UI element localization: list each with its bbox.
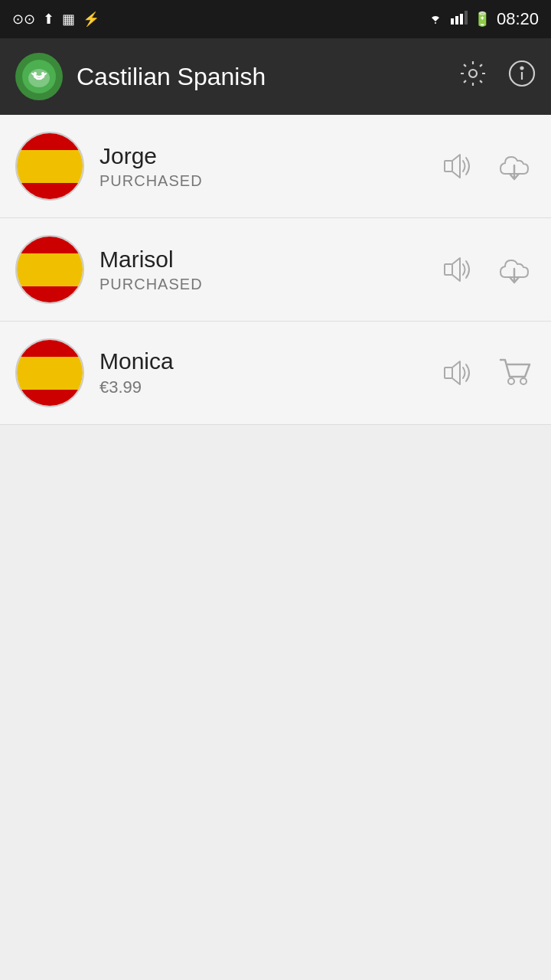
svg-rect-2	[460, 14, 463, 24]
svg-rect-1	[455, 16, 458, 24]
voice-item-jorge: Jorge PURCHASED	[0, 115, 551, 218]
svg-point-18	[520, 378, 527, 384]
bars-icon: ▦	[62, 11, 75, 28]
voice-price-monica: €3.99	[99, 377, 422, 397]
voice-name-monica: Monica	[99, 348, 422, 374]
voice-item-marisol: Marisol PURCHASED	[0, 218, 551, 322]
svg-rect-16	[445, 368, 452, 378]
voice-item-monica: Monica €3.99	[0, 322, 551, 425]
status-bar-right: 🔋 08:20	[426, 9, 539, 29]
wifi-icon	[426, 11, 445, 28]
status-time: 08:20	[497, 9, 539, 29]
app-logo	[15, 53, 63, 100]
svg-rect-14	[445, 264, 452, 275]
voice-actions-monica	[438, 352, 536, 394]
cart-button-monica[interactable]	[494, 352, 536, 394]
play-button-marisol[interactable]	[438, 249, 480, 291]
status-bar: ⊙⊙ ⬆ ▦ ⚡ 🔋 08:20	[0, 0, 551, 38]
voice-name-marisol: Marisol	[99, 247, 422, 273]
svg-point-17	[508, 378, 514, 384]
svg-point-11	[521, 67, 523, 70]
upload-icon: ⬆	[43, 11, 54, 28]
flag-monica	[15, 338, 84, 407]
voice-name-jorge: Jorge	[99, 143, 422, 169]
download-button-marisol[interactable]	[494, 249, 536, 291]
voice-status-marisol: PURCHASED	[99, 276, 422, 293]
download-button-jorge[interactable]	[494, 145, 536, 188]
flag-marisol	[15, 235, 84, 304]
app-bar: Castilian Spanish	[0, 38, 551, 115]
empty-content-area	[0, 425, 551, 961]
svg-rect-3	[465, 11, 468, 24]
play-button-monica[interactable]	[438, 352, 480, 394]
voice-list: Jorge PURCHASED	[0, 115, 551, 425]
voice-info-jorge: Jorge PURCHASED	[99, 143, 422, 190]
status-bar-left: ⊙⊙ ⬆ ▦ ⚡	[12, 11, 99, 28]
app-bar-left: Castilian Spanish	[15, 53, 266, 100]
flag-jorge	[15, 132, 84, 201]
settings-button[interactable]	[459, 60, 487, 93]
svg-point-7	[41, 72, 44, 75]
play-button-jorge[interactable]	[438, 145, 480, 188]
voice-info-monica: Monica €3.99	[99, 348, 422, 397]
svg-rect-0	[451, 18, 454, 24]
voice-actions-jorge	[438, 145, 536, 188]
voicemail-icon: ⊙⊙	[12, 11, 35, 28]
svg-point-8	[469, 70, 477, 77]
app-title: Castilian Spanish	[77, 63, 266, 91]
svg-rect-12	[445, 161, 452, 172]
info-button[interactable]	[508, 60, 536, 93]
svg-point-6	[34, 72, 37, 75]
app-bar-actions	[459, 60, 536, 93]
usb-icon: ⚡	[83, 11, 99, 28]
voice-actions-marisol	[438, 249, 536, 291]
voice-info-marisol: Marisol PURCHASED	[99, 247, 422, 293]
voice-status-jorge: PURCHASED	[99, 172, 422, 190]
signal-icon	[451, 11, 468, 28]
battery-icon: 🔋	[474, 11, 491, 28]
